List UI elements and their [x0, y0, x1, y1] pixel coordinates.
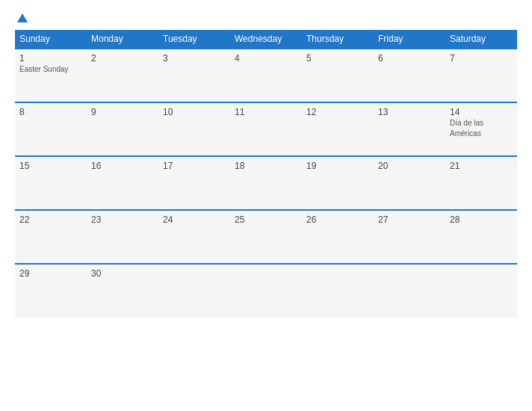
calendar-cell: 16: [87, 156, 158, 210]
weekday-header-tuesday: Tuesday: [158, 30, 230, 49]
day-number: 11: [235, 107, 297, 117]
logo-triangle-icon: [17, 13, 28, 22]
day-number: 15: [19, 161, 82, 171]
day-number: 4: [235, 53, 297, 64]
calendar-cell: 13: [374, 102, 445, 156]
day-number: 2: [91, 53, 154, 64]
calendar-cell: 10: [158, 102, 230, 156]
calendar-cell: 19: [302, 156, 374, 210]
calendar-table: SundayMondayTuesdayWednesdayThursdayFrid…: [15, 30, 517, 318]
day-number: 5: [306, 53, 369, 64]
day-number: 26: [306, 214, 369, 225]
day-number: 13: [378, 107, 441, 117]
calendar-cell: 23: [87, 210, 158, 264]
calendar-cell: [445, 264, 517, 318]
day-number: 12: [306, 107, 369, 117]
weekday-header-thursday: Thursday: [302, 30, 374, 49]
holiday-label: Easter Sunday: [19, 65, 69, 73]
calendar-cell: 25: [230, 210, 302, 264]
calendar-cell: 20: [374, 156, 445, 210]
logo-blue-text: [15, 13, 28, 22]
logo: [15, 13, 28, 22]
calendar-cell: 21: [445, 156, 517, 210]
calendar-cell: 30: [87, 264, 158, 318]
week-row-4: 22232425262728: [15, 210, 517, 264]
day-number: 22: [19, 214, 82, 225]
calendar-cell: 8: [15, 102, 87, 156]
calendar-cell: 7: [445, 49, 517, 102]
calendar-cell: 27: [374, 210, 445, 264]
day-number: 20: [378, 161, 441, 171]
day-number: 18: [235, 161, 297, 171]
calendar-cell: 28: [445, 210, 517, 264]
weekday-header-wednesday: Wednesday: [230, 30, 302, 49]
calendar-cell: 4: [230, 49, 302, 102]
day-number: 25: [235, 214, 297, 225]
calendar-cell: 18: [230, 156, 302, 210]
day-number: 14: [450, 107, 513, 117]
calendar-cell: 1Easter Sunday: [15, 49, 87, 102]
weekday-header-row: SundayMondayTuesdayWednesdayThursdayFrid…: [15, 30, 517, 49]
day-number: 7: [450, 53, 513, 64]
header: [15, 13, 517, 22]
day-number: 23: [91, 214, 154, 225]
calendar-cell: [230, 264, 302, 318]
calendar-cell: 14Día de las Américas: [445, 102, 517, 156]
day-number: 8: [19, 107, 82, 117]
day-number: 28: [450, 214, 513, 225]
day-number: 9: [91, 107, 154, 117]
week-row-2: 891011121314Día de las Américas: [15, 102, 517, 156]
day-number: 27: [378, 214, 441, 225]
weekday-header-saturday: Saturday: [445, 30, 517, 49]
day-number: 21: [450, 161, 513, 171]
day-number: 30: [91, 268, 154, 279]
day-number: 1: [19, 53, 82, 64]
calendar-cell: 3: [158, 49, 230, 102]
calendar-cell: 24: [158, 210, 230, 264]
calendar-cell: 11: [230, 102, 302, 156]
day-number: 3: [163, 53, 226, 64]
calendar-cell: 26: [302, 210, 374, 264]
day-number: 6: [378, 53, 441, 64]
calendar-cell: 29: [15, 264, 87, 318]
calendar-cell: [158, 264, 230, 318]
calendar-cell: 5: [302, 49, 374, 102]
calendar-cell: 6: [374, 49, 445, 102]
week-row-3: 15161718192021: [15, 156, 517, 210]
calendar-cell: [302, 264, 374, 318]
weekday-header-friday: Friday: [374, 30, 445, 49]
weekday-header-monday: Monday: [87, 30, 158, 49]
week-row-5: 2930: [15, 264, 517, 318]
calendar-cell: [374, 264, 445, 318]
day-number: 29: [19, 268, 82, 279]
weekday-header-sunday: Sunday: [15, 30, 87, 49]
calendar-page: SundayMondayTuesdayWednesdayThursdayFrid…: [0, 0, 532, 411]
day-number: 24: [163, 214, 226, 225]
day-number: 17: [163, 161, 226, 171]
day-number: 10: [163, 107, 226, 117]
calendar-cell: 22: [15, 210, 87, 264]
calendar-cell: 2: [87, 49, 158, 102]
week-row-1: 1Easter Sunday234567: [15, 49, 517, 102]
day-number: 19: [306, 161, 369, 171]
calendar-cell: 12: [302, 102, 374, 156]
day-number: 16: [91, 161, 154, 171]
holiday-label: Día de las Américas: [450, 119, 483, 137]
calendar-cell: 15: [15, 156, 87, 210]
calendar-cell: 9: [87, 102, 158, 156]
calendar-cell: 17: [158, 156, 230, 210]
